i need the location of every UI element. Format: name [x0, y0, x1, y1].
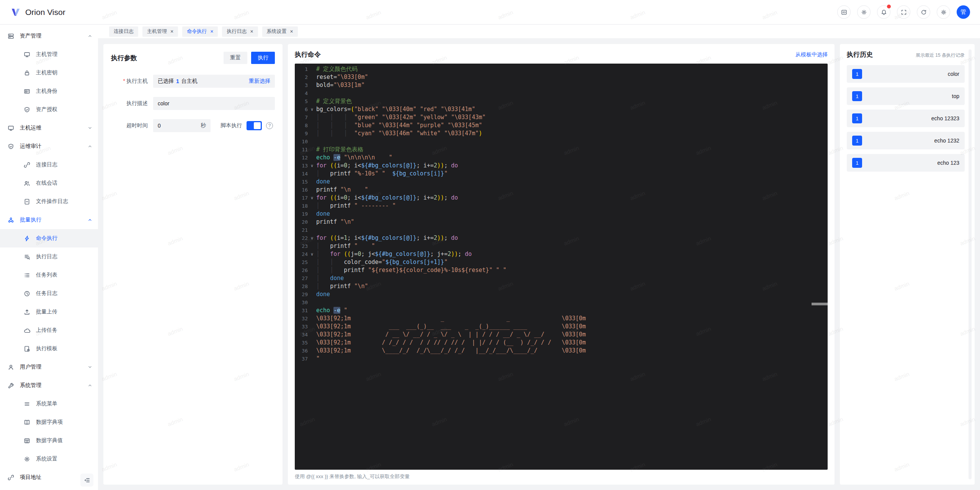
sidebar-item-ops-audit[interactable]: 运维审计 — [0, 137, 98, 156]
sidebar-item-asset-authorization[interactable]: 资产授权 — [0, 100, 98, 119]
sidebar-item-label: 系统管理 — [20, 382, 41, 389]
timeout-input-wrap: 秒 — [153, 119, 211, 132]
code-line: 22∨for ((i=1; i<${#bg_colors[@]}; i+=2))… — [295, 234, 828, 242]
sidebar-item-host-identity[interactable]: 主机身份 — [0, 82, 98, 100]
editor-scrollbar-handle[interactable] — [812, 303, 828, 305]
sidebar-item-batch-upload[interactable]: 批量上传 — [0, 303, 98, 321]
fold-gutter — [308, 81, 316, 89]
help-icon[interactable]: ? — [266, 122, 273, 129]
sidebar-item-user-management[interactable]: 用户管理 — [0, 358, 98, 376]
code-text: │ printf "\n" — [316, 282, 368, 290]
code-line: 17∨for ((i=0; i<${#bg_colors[@]}; i+=2))… — [295, 194, 828, 202]
code-text: \033[92;1m / /_/ / / / / // / // / | |/ … — [316, 339, 586, 347]
notifications-button[interactable] — [877, 5, 890, 19]
history-item[interactable]: 1echo 1232 — [847, 132, 965, 149]
line-number: 36 — [295, 347, 308, 355]
sidebar-item-file-operation-log[interactable]: 文件操作日志 — [0, 192, 98, 211]
code-line: 19done — [295, 210, 828, 218]
script-exec-toggle[interactable] — [247, 121, 262, 130]
tab-host-management[interactable]: 主机管理× — [142, 26, 178, 37]
history-item[interactable]: 1top — [847, 87, 965, 105]
fold-gutter — [308, 298, 316, 306]
tab-close-icon[interactable]: × — [210, 29, 213, 34]
reselect-hosts-link[interactable]: 重新选择 — [249, 78, 270, 85]
template-icon — [24, 346, 30, 352]
bolt-icon — [24, 235, 30, 242]
theme-button[interactable] — [857, 5, 871, 19]
desc-input[interactable] — [153, 97, 275, 110]
sidebar-collapse-button[interactable] — [80, 474, 93, 487]
choose-template-link[interactable]: 从模板中选择 — [795, 51, 828, 58]
sidebar-item-execution-log[interactable]: 执行日志 — [0, 247, 98, 266]
history-item[interactable]: 1color — [847, 65, 965, 83]
history-command: echo 1232 — [862, 138, 959, 144]
sidebar-item-label: 任务日志 — [36, 290, 57, 297]
chevron-up-icon — [87, 144, 93, 149]
sidebar-item-execution-template[interactable]: 执行模板 — [0, 339, 98, 358]
history-item[interactable]: 1echo 123 — [847, 154, 965, 172]
sidebar-item-online-session[interactable]: 在线会话 — [0, 174, 98, 192]
tab-execution-log[interactable]: 执行日志× — [222, 26, 258, 37]
sidebar-item-upload-task[interactable]: 上传任务 — [0, 321, 98, 339]
fold-chevron-icon[interactable]: ∨ — [308, 194, 316, 202]
sidebar-item-host-management[interactable]: 主机管理 — [0, 45, 98, 64]
code-text: │ │ color_code="${bg_colors[j+1]}" — [316, 258, 448, 266]
selected-hosts-field[interactable]: 已选择 1 台主机 重新选择 — [153, 75, 275, 88]
line-number: 20 — [295, 218, 308, 226]
fold-gutter — [308, 210, 316, 218]
settings-button[interactable] — [937, 5, 950, 19]
tab-close-icon[interactable]: × — [250, 29, 253, 34]
sidebar-item-dict-values[interactable]: 数据字典值 — [0, 431, 98, 450]
code-window-button[interactable] — [837, 5, 851, 19]
sidebar-item-dict-items[interactable]: 数据字典项 — [0, 413, 98, 431]
users-icon — [24, 180, 30, 187]
fold-chevron-icon[interactable]: ∨ — [308, 234, 316, 242]
sidebar-item-batch-execution[interactable]: 批量执行 — [0, 211, 98, 229]
sidebar-item-label: 系统设置 — [36, 456, 57, 462]
user-avatar[interactable]: 管 — [957, 5, 970, 19]
timeout-input[interactable] — [158, 123, 201, 129]
sidebar-item-task-log[interactable]: 任务日志 — [0, 284, 98, 303]
code-editor[interactable]: 1# 定义颜色代码2reset="\033[0m"3bold="\033[1m"… — [295, 64, 828, 470]
history-item[interactable]: 1echo 12323 — [847, 110, 965, 127]
code-text: " — [316, 355, 320, 363]
fold-chevron-icon[interactable]: ∨ — [308, 250, 316, 258]
history-scrollbar-track[interactable] — [969, 49, 972, 479]
shield-check-icon — [8, 143, 14, 150]
sidebar-item-connection-log[interactable]: 连接日志 — [0, 156, 98, 174]
tab-system-settings[interactable]: 系统设置× — [262, 26, 298, 37]
app-logo[interactable]: Orion Visor — [10, 7, 65, 18]
line-number: 15 — [295, 178, 308, 186]
tab-close-icon[interactable]: × — [290, 29, 293, 34]
sidebar-item-host-keys[interactable]: 主机密钥 — [0, 64, 98, 82]
line-number: 7 — [295, 113, 308, 121]
tab-connection-log[interactable]: 连接日志 — [109, 26, 138, 37]
sidebar-item-command-execution[interactable]: 命令执行 — [0, 229, 98, 247]
reset-button[interactable]: 重置 — [224, 52, 247, 64]
code-text: │ for ((j=0; j<${#bg_colors[@]}; j+=2));… — [316, 250, 472, 258]
sidebar-item-system-menu[interactable]: 系统菜单 — [0, 395, 98, 413]
gear-icon — [24, 456, 30, 462]
refresh-button[interactable] — [917, 5, 930, 19]
header-actions: 管 — [837, 5, 970, 19]
fold-chevron-icon[interactable]: ∨ — [308, 105, 316, 113]
fold-gutter — [308, 154, 316, 162]
sidebar-item-system-management[interactable]: 系统管理 — [0, 376, 98, 395]
sidebar-item-label: 项目地址 — [20, 474, 41, 481]
sidebar-item-task-list[interactable]: 任务列表 — [0, 266, 98, 284]
tab-label: 执行日志 — [227, 28, 247, 35]
host-selected-prefix: 已选择 — [158, 78, 174, 85]
line-number: 22 — [295, 234, 308, 242]
tab-close-icon[interactable]: × — [170, 29, 173, 34]
fold-chevron-icon[interactable]: ∨ — [308, 162, 316, 170]
tab-command-execution[interactable]: 命令执行× — [182, 26, 218, 37]
code-window-icon — [841, 9, 847, 15]
sidebar-item-system-settings[interactable]: 系统设置 — [0, 450, 98, 468]
code-line: 24∨│ for ((j=0; j<${#bg_colors[@]}; j+=2… — [295, 250, 828, 258]
fullscreen-button[interactable] — [897, 5, 910, 19]
sidebar-item-host-ops[interactable]: 主机运维 — [0, 119, 98, 137]
code-text: done — [316, 210, 330, 218]
sidebar-item-asset-management[interactable]: 资产管理 — [0, 27, 98, 45]
run-button[interactable]: 执行 — [251, 52, 275, 64]
code-text: # 定义颜色代码 — [316, 65, 358, 73]
